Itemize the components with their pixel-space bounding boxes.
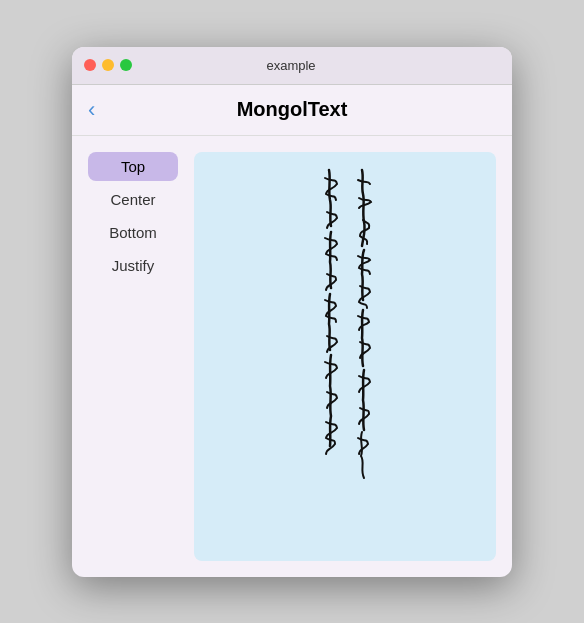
traffic-lights xyxy=(84,59,132,71)
sidebar-item-justify[interactable]: Justify xyxy=(88,251,178,280)
sidebar-item-bottom[interactable]: Bottom xyxy=(88,218,178,247)
titlebar: example xyxy=(72,47,512,85)
content-area: ‹ MongolText Top Center Bottom Justify xyxy=(72,85,512,577)
main-content: Top Center Bottom Justify xyxy=(72,136,512,577)
sidebar-item-top[interactable]: Top xyxy=(88,152,178,181)
mongol-text-svg xyxy=(307,160,383,490)
minimize-button[interactable] xyxy=(102,59,114,71)
mongol-text-display xyxy=(194,152,496,561)
page-title: MongolText xyxy=(118,98,466,121)
close-button[interactable] xyxy=(84,59,96,71)
maximize-button[interactable] xyxy=(120,59,132,71)
page-header: ‹ MongolText xyxy=(72,85,512,136)
titlebar-title: example xyxy=(132,58,450,73)
alignment-sidebar: Top Center Bottom Justify xyxy=(88,152,178,561)
app-window: example ‹ MongolText Top Center Bottom J… xyxy=(72,47,512,577)
sidebar-item-center[interactable]: Center xyxy=(88,185,178,214)
back-button[interactable]: ‹ xyxy=(88,97,118,123)
